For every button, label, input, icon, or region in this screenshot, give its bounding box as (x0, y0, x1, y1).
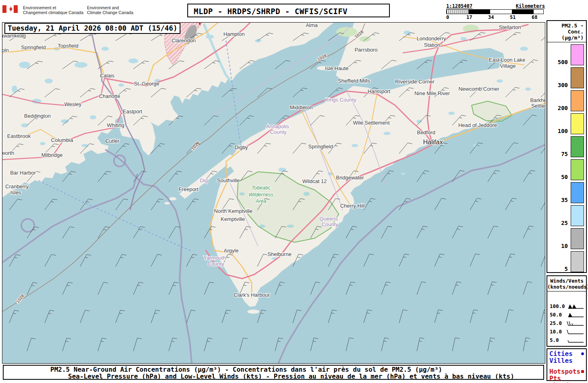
legend-swatch-75 (571, 136, 584, 157)
map-place-label: Station (424, 42, 440, 48)
caption-line1: PM2.5 Near-Ground Air Concentrations (µg… (4, 366, 543, 373)
map-canvas[interactable]: Tuesday, 21 April 2026 08:00 ADT (15/46)… (2, 22, 545, 364)
map-place-label: Kings County (325, 97, 356, 103)
legend-row-500: 500 (547, 42, 586, 65)
logo-text-french: Environnement et Changement climatique C… (23, 5, 83, 15)
legend-value: 5 (565, 266, 571, 272)
map-place-label: Londonderry (417, 35, 446, 42)
map-place-label: Milbridge (41, 152, 63, 158)
logo-text-english: Environment and Climate Change Canada (87, 5, 133, 15)
map-place-label: Barkho (530, 97, 545, 103)
map-place-label: Newcomb Corner (458, 86, 499, 92)
map-place-label: Yarmouth (203, 255, 226, 261)
wind-speed-label: 25.0 (550, 320, 562, 326)
legend-row-25: 25 (547, 203, 586, 226)
legend-value: 100 (558, 128, 571, 134)
map-place-label: Eastbrook (7, 133, 31, 139)
weather-map-page: Environnement et Changement climatique C… (0, 0, 588, 383)
product-title: MLDP - HRDPS/SHRPD - CWFIS/SCIFV (187, 4, 390, 17)
map-place-label: County (207, 261, 224, 267)
map-place-label: Digby (234, 144, 248, 150)
wind-legend-row-100.0: 100.0 (547, 302, 586, 310)
hotspots-label-en: Hotspots (549, 368, 580, 375)
legend-value: 200 (558, 105, 571, 111)
map-place-label: Cutler (106, 138, 120, 144)
wind-barb-icon (566, 320, 584, 327)
map-place-label: Tobeatic (252, 185, 271, 191)
legend-swatch-10 (571, 228, 584, 249)
map-place-label: Isles (10, 189, 21, 196)
map-place-label: Eastport (123, 108, 143, 114)
scale-segment (512, 10, 534, 14)
map-place-label: Freeport (178, 186, 199, 192)
scale-ticks: 017345168 (446, 15, 545, 20)
map-place-label: worth (2, 150, 14, 156)
map-place-label: Bar Harbor (10, 170, 36, 176)
map-place-label: Riverside Corner (395, 79, 435, 85)
map-place-label: Halifax (423, 139, 443, 146)
scale-ratio: 1:1285407 (446, 3, 472, 9)
map-place-label: Argyle (224, 248, 239, 254)
scale-segment (447, 10, 468, 14)
map-place-label: Charlotte (99, 93, 120, 99)
wind-legend-row-5.0: 5.0 (547, 336, 586, 344)
caption-line2: Sea-Level Pressure (hPa) and Low-Level W… (4, 373, 543, 380)
map-place-label: Bedford (417, 129, 435, 135)
wind-speed-label: 5.0 (550, 337, 559, 343)
map-place-label: Southville (217, 177, 240, 183)
map-place-label: County (321, 221, 338, 227)
map-place-label: Wilderness (248, 192, 273, 198)
map-place-label: oln (2, 47, 9, 53)
map-place-label: Isle Haute (325, 65, 349, 71)
map-caption: PM2.5 Near-Ground Air Concentrations (µg… (3, 365, 544, 380)
sites-legend: Cities Villes Hotspots Pts chauds (547, 348, 587, 381)
map-place-label: Sheffield Mills (338, 78, 370, 84)
map-place-label: County (270, 129, 287, 135)
wind-legend-row-25.0: 25.0 (547, 319, 586, 327)
map-place-label: Springfield (21, 44, 46, 50)
scale-tick-label: 17 (466, 15, 472, 20)
cities-label-en: Cities (549, 350, 573, 357)
legend-row-50: 50 (547, 157, 586, 180)
map-place-label: Clark's Harbour (234, 292, 270, 298)
map-place-label: Hantsport (368, 88, 391, 94)
map-place-label: Wildcat 12 (302, 178, 327, 184)
map-place-label: Village (500, 63, 516, 69)
legend-row-75: 75 (547, 134, 586, 157)
map-scalebar: 1:1285407 Kilometers 017345168 (445, 3, 545, 20)
legend-value: 25 (561, 220, 571, 226)
legend-value: 300 (558, 82, 571, 88)
wind-legend-row-50.0: 50.0 (547, 310, 586, 319)
scale-unit: Kilometers (516, 3, 545, 9)
legend-value: 10 (561, 243, 571, 249)
map-place-label: St. George (134, 81, 159, 87)
pm25-legend: PM2.5 - Conc. (µg/m³) 500300200100755035… (547, 20, 587, 273)
legend-swatch-100 (571, 113, 584, 134)
map-place-label: Stellarton (499, 24, 521, 30)
map-place-label: Settlem (531, 103, 545, 109)
map-place-label: Cherry Hill (340, 203, 365, 209)
map-place-label: Calais (100, 73, 115, 79)
legend-value: 50 (561, 174, 571, 180)
scale-tick-label: 68 (532, 15, 537, 20)
map-place-label: Area (255, 198, 266, 204)
map-place-label: Wesley (64, 101, 82, 107)
map-place-label: Wile Settlement (353, 120, 389, 126)
legend-row-300: 300 (547, 65, 586, 88)
scale-tick-label: 51 (510, 15, 516, 20)
legend-row-35: 35 (547, 180, 586, 203)
legend-swatch-500 (571, 44, 584, 65)
wind-legend-row-10.0: 10.0 (547, 327, 586, 336)
legend-swatch-300 (571, 67, 584, 88)
pm25-legend-title: PM2.5 - Conc. (µg/m³) (547, 21, 586, 42)
scale-tick-label: 34 (488, 15, 494, 20)
map-place-label: Nine Mile River (414, 90, 450, 96)
map-place-label: North Kemptville (214, 208, 252, 214)
scale-segment (468, 10, 490, 14)
map-place-label: Clarendon (172, 37, 196, 44)
map-place-label: Topsfield (58, 43, 78, 49)
legend-row-100: 100 (547, 111, 586, 134)
map-place-label: Head of Jeddore (458, 122, 497, 128)
legend-swatch-50 (571, 159, 584, 180)
scale-tick-label: 0 (446, 15, 449, 20)
